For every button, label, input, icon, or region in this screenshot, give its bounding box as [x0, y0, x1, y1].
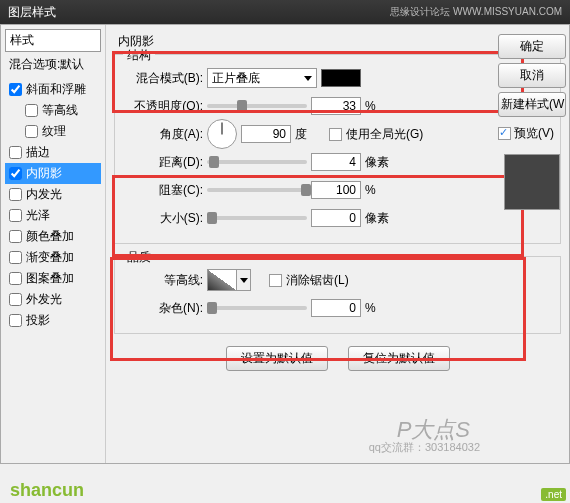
contour-picker[interactable] [207, 269, 251, 291]
style-checkbox[interactable] [9, 314, 22, 327]
opacity-row: 不透明度(O): % [123, 95, 552, 117]
style-item-1[interactable]: 等高线 [5, 100, 101, 121]
style-item-0[interactable]: 斜面和浮雕 [5, 79, 101, 100]
angle-label: 角度(A): [123, 126, 203, 143]
antialias-checkbox[interactable] [269, 274, 282, 287]
choke-input[interactable] [311, 181, 361, 199]
structure-label: 结构 [123, 47, 155, 64]
style-item-3[interactable]: 描边 [5, 142, 101, 163]
style-checkbox[interactable] [9, 251, 22, 264]
style-checkbox[interactable] [9, 293, 22, 306]
choke-slider[interactable] [207, 188, 307, 192]
style-item-7[interactable]: 颜色叠加 [5, 226, 101, 247]
chevron-down-icon [304, 76, 312, 81]
style-item-11[interactable]: 投影 [5, 310, 101, 331]
style-item-9[interactable]: 图案叠加 [5, 268, 101, 289]
style-label: 描边 [26, 144, 50, 161]
choke-row: 阻塞(C): % [123, 179, 552, 201]
noise-label: 杂色(N): [123, 300, 203, 317]
side-buttons: 确定 取消 新建样式(W 预览(V) [498, 34, 566, 210]
opacity-slider[interactable] [207, 104, 307, 108]
style-label: 外发光 [26, 291, 62, 308]
style-item-4[interactable]: 内阴影 [5, 163, 101, 184]
window-title: 图层样式 [8, 4, 56, 21]
titlebar-source: 思缘设计论坛 WWW.MISSYUAN.COM [390, 5, 562, 19]
style-checkbox[interactable] [9, 83, 22, 96]
size-label: 大小(S): [123, 210, 203, 227]
style-label: 图案叠加 [26, 270, 74, 287]
ok-button[interactable]: 确定 [498, 34, 566, 59]
noise-unit: % [365, 301, 395, 315]
distance-unit: 像素 [365, 154, 395, 171]
noise-row: 杂色(N): % [123, 297, 552, 319]
style-checkbox[interactable] [9, 209, 22, 222]
style-label: 纹理 [42, 123, 66, 140]
noise-input[interactable] [311, 299, 361, 317]
style-checkbox[interactable] [9, 146, 22, 159]
style-checkbox[interactable] [9, 272, 22, 285]
blend-mode-label: 混合模式(B): [123, 70, 203, 87]
style-item-2[interactable]: 纹理 [5, 121, 101, 142]
watermark-qq: qq交流群：303184032 [369, 440, 480, 455]
global-light-checkbox[interactable] [329, 128, 342, 141]
style-item-10[interactable]: 外发光 [5, 289, 101, 310]
set-default-button[interactable]: 设置为默认值 [226, 346, 328, 371]
preview-check-row: 预览(V) [498, 125, 566, 142]
style-label: 光泽 [26, 207, 50, 224]
cancel-button[interactable]: 取消 [498, 63, 566, 88]
preview-label: 预览(V) [514, 125, 554, 142]
opacity-label: 不透明度(O): [123, 98, 203, 115]
style-label: 渐变叠加 [26, 249, 74, 266]
preview-box [504, 154, 560, 210]
angle-dial[interactable] [207, 119, 237, 149]
blend-mode-dropdown[interactable]: 正片叠底 [207, 68, 317, 88]
logo: shancun [10, 480, 84, 501]
size-unit: 像素 [365, 210, 395, 227]
panel-title: 内阴影 [114, 33, 561, 50]
opacity-unit: % [365, 99, 395, 113]
reset-default-button[interactable]: 复位为默认值 [348, 346, 450, 371]
blend-options-header[interactable]: 混合选项:默认 [5, 54, 101, 75]
blend-mode-row: 混合模式(B): 正片叠底 [123, 67, 552, 89]
style-checkbox[interactable] [9, 167, 22, 180]
style-item-8[interactable]: 渐变叠加 [5, 247, 101, 268]
style-checkbox[interactable] [9, 188, 22, 201]
global-light-label: 使用全局光(G) [346, 126, 423, 143]
style-label: 斜面和浮雕 [26, 81, 86, 98]
opacity-input[interactable] [311, 97, 361, 115]
style-checkbox[interactable] [9, 230, 22, 243]
size-slider[interactable] [207, 216, 307, 220]
style-label: 投影 [26, 312, 50, 329]
style-checkbox[interactable] [25, 104, 38, 117]
antialias-label: 消除锯齿(L) [286, 272, 349, 289]
style-label: 内阴影 [26, 165, 62, 182]
styles-header[interactable]: 样式 [5, 29, 101, 52]
contour-swatch [207, 269, 237, 291]
main-area: 样式 混合选项:默认 斜面和浮雕等高线纹理描边内阴影内发光光泽颜色叠加渐变叠加图… [0, 24, 570, 464]
color-swatch[interactable] [321, 69, 361, 87]
style-label: 颜色叠加 [26, 228, 74, 245]
style-list: 斜面和浮雕等高线纹理描边内阴影内发光光泽颜色叠加渐变叠加图案叠加外发光投影 [5, 79, 101, 331]
noise-slider[interactable] [207, 306, 307, 310]
angle-unit: 度 [295, 126, 325, 143]
blend-mode-value: 正片叠底 [212, 70, 260, 87]
style-item-6[interactable]: 光泽 [5, 205, 101, 226]
size-input[interactable] [311, 209, 361, 227]
angle-row: 角度(A): 度 使用全局光(G) [123, 123, 552, 145]
chevron-down-icon [237, 269, 251, 291]
distance-slider[interactable] [207, 160, 307, 164]
choke-label: 阻塞(C): [123, 182, 203, 199]
quality-group: 品质 等高线: 消除锯齿(L) 杂色(N): % [114, 256, 561, 334]
new-style-button[interactable]: 新建样式(W [498, 92, 566, 117]
contour-label: 等高线: [123, 272, 203, 289]
button-row: 设置为默认值 复位为默认值 [114, 346, 561, 371]
angle-input[interactable] [241, 125, 291, 143]
style-checkbox[interactable] [25, 125, 38, 138]
size-row: 大小(S): 像素 [123, 207, 552, 229]
distance-input[interactable] [311, 153, 361, 171]
style-label: 等高线 [42, 102, 78, 119]
style-label: 内发光 [26, 186, 62, 203]
style-item-5[interactable]: 内发光 [5, 184, 101, 205]
structure-group: 结构 混合模式(B): 正片叠底 不透明度(O): % 角度(A): 度 [114, 54, 561, 244]
preview-checkbox[interactable] [498, 127, 511, 140]
